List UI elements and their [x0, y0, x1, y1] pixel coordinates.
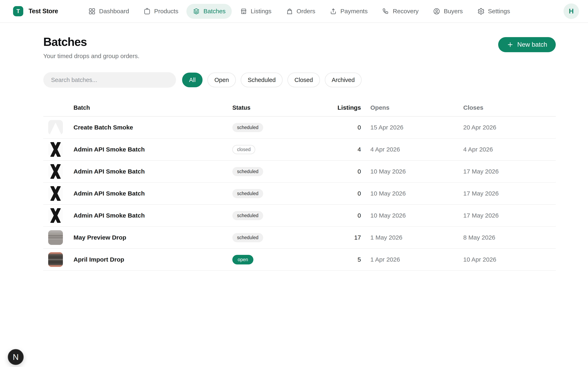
- listings-count: 17: [320, 234, 361, 241]
- phone-icon: [382, 8, 389, 15]
- store-name: Test Store: [29, 8, 58, 15]
- column-header-status: Status: [232, 104, 320, 111]
- table-row[interactable]: Create Batch Smoke scheduled 0 15 Apr 20…: [43, 117, 556, 139]
- chip-label: All: [189, 77, 196, 83]
- opens-date: 10 May 2026: [361, 190, 463, 197]
- batches-page: Batches Your timed drops and group order…: [43, 35, 556, 271]
- chip-label: Scheduled: [248, 77, 276, 83]
- column-header-batch: Batch: [73, 104, 232, 111]
- nav-item-label: Buyers: [444, 8, 463, 15]
- nav-item-dashboard[interactable]: Dashboard: [82, 4, 135, 19]
- opens-date: 1 Apr 2026: [361, 256, 463, 263]
- x-logo-thumbnail: [48, 186, 63, 201]
- x-logo-thumbnail: [48, 208, 63, 223]
- nav-item-label: Products: [154, 8, 178, 15]
- dark-bag-photo-thumbnail: [48, 252, 63, 267]
- closes-date: 20 Apr 2026: [463, 124, 556, 131]
- table-row[interactable]: Admin API Smoke Batch scheduled 0 10 May…: [43, 161, 556, 183]
- placeholder-image-thumbnail: [48, 120, 63, 135]
- batch-name: May Preview Drop: [73, 234, 232, 241]
- column-header-closes: Closes: [463, 104, 556, 111]
- gear-icon: [477, 8, 485, 15]
- opens-date: 10 May 2026: [361, 212, 463, 219]
- top-navigation-bar: T Test Store Dashboard Products Batches …: [0, 0, 588, 23]
- batch-name: Create Batch Smoke: [73, 124, 232, 131]
- chip-label: Open: [214, 77, 229, 83]
- store-logo: T: [13, 6, 23, 16]
- chip-label: Closed: [294, 77, 313, 83]
- storefront-icon: [240, 8, 247, 15]
- x-logo-thumbnail: [48, 164, 63, 179]
- batch-name: Admin API Smoke Batch: [73, 212, 232, 219]
- nav-item-listings[interactable]: Listings: [234, 4, 278, 19]
- nav-item-products[interactable]: Products: [137, 4, 184, 19]
- listings-count: 5: [320, 256, 361, 263]
- filter-toolbar: AllOpenScheduledClosedArchived: [43, 72, 556, 88]
- status-filter-chips: AllOpenScheduledClosedArchived: [182, 73, 362, 87]
- nav-item-batches[interactable]: Batches: [186, 4, 232, 19]
- table-row[interactable]: Admin API Smoke Batch scheduled 0 10 May…: [43, 183, 556, 205]
- chip-label: Archived: [332, 77, 355, 83]
- filter-chip-scheduled[interactable]: Scheduled: [241, 73, 283, 87]
- page-subtitle: Your timed drops and group orders.: [43, 53, 139, 59]
- nav-item-label: Dashboard: [99, 8, 129, 15]
- closes-date: 4 Apr 2026: [463, 146, 556, 153]
- filter-chip-all[interactable]: All: [182, 73, 203, 87]
- listings-count: 0: [320, 212, 361, 219]
- page-header: Batches Your timed drops and group order…: [43, 35, 556, 59]
- search-input[interactable]: [43, 72, 176, 88]
- table-row[interactable]: Admin API Smoke Batch closed 4 4 Apr 202…: [43, 139, 556, 161]
- nav-item-recovery[interactable]: Recovery: [376, 4, 425, 19]
- listings-count: 0: [320, 168, 361, 175]
- nav-item-label: Orders: [297, 8, 315, 15]
- nav-item-label: Settings: [488, 8, 510, 15]
- nav-item-orders[interactable]: Orders: [280, 4, 321, 19]
- table-header-row: Batch Status Listings Opens Closes: [43, 99, 556, 117]
- status-badge: scheduled: [232, 211, 263, 220]
- batch-name: Admin API Smoke Batch: [73, 146, 232, 153]
- closes-date: 17 May 2026: [463, 212, 556, 219]
- nav-item-label: Recovery: [393, 8, 419, 15]
- status-badge: scheduled: [232, 233, 263, 242]
- page-title: Batches: [43, 35, 139, 49]
- upload-icon: [329, 8, 337, 15]
- status-badge: open: [232, 255, 253, 264]
- status-badge: scheduled: [232, 167, 263, 176]
- nav-item-settings[interactable]: Settings: [471, 4, 516, 19]
- dev-tools-badge[interactable]: N: [8, 349, 24, 365]
- grid-icon: [88, 8, 96, 15]
- main-nav: Dashboard Products Batches Listings Orde…: [82, 4, 516, 19]
- user-avatar[interactable]: H: [563, 3, 579, 19]
- batch-name: Admin API Smoke Batch: [73, 168, 232, 175]
- closes-date: 17 May 2026: [463, 190, 556, 197]
- batch-name: Admin API Smoke Batch: [73, 190, 232, 197]
- status-badge: scheduled: [232, 123, 263, 132]
- filter-chip-open[interactable]: Open: [208, 73, 236, 87]
- layers-icon: [192, 8, 200, 15]
- table-body: Create Batch Smoke scheduled 0 15 Apr 20…: [43, 117, 556, 271]
- nav-item-label: Batches: [203, 8, 225, 15]
- nav-item-buyers[interactable]: Buyers: [427, 4, 469, 19]
- closes-date: 17 May 2026: [463, 168, 556, 175]
- filter-chip-closed[interactable]: Closed: [287, 73, 320, 87]
- nav-item-payments[interactable]: Payments: [323, 4, 374, 19]
- listings-count: 4: [320, 146, 361, 153]
- nav-item-label: Payments: [340, 8, 367, 15]
- opens-date: 1 May 2026: [361, 234, 463, 241]
- plus-icon: [507, 41, 514, 48]
- package-icon: [143, 8, 151, 15]
- opens-date: 15 Apr 2026: [361, 124, 463, 131]
- listings-count: 0: [320, 190, 361, 197]
- table-row[interactable]: April Import Drop open 5 1 Apr 2026 10 A…: [43, 249, 556, 271]
- status-badge: closed: [232, 145, 255, 154]
- new-batch-label: New batch: [517, 41, 547, 48]
- table-row[interactable]: Admin API Smoke Batch scheduled 0 10 May…: [43, 205, 556, 227]
- new-batch-button[interactable]: New batch: [498, 37, 556, 52]
- x-logo-thumbnail: [48, 142, 63, 157]
- user-circle-icon: [433, 8, 440, 15]
- column-header-listings: Listings: [320, 104, 361, 111]
- table-row[interactable]: May Preview Drop scheduled 17 1 May 2026…: [43, 227, 556, 249]
- filter-chip-archived[interactable]: Archived: [325, 73, 362, 87]
- shopping-bag-icon: [286, 8, 293, 15]
- store-brand[interactable]: T Test Store: [13, 6, 58, 16]
